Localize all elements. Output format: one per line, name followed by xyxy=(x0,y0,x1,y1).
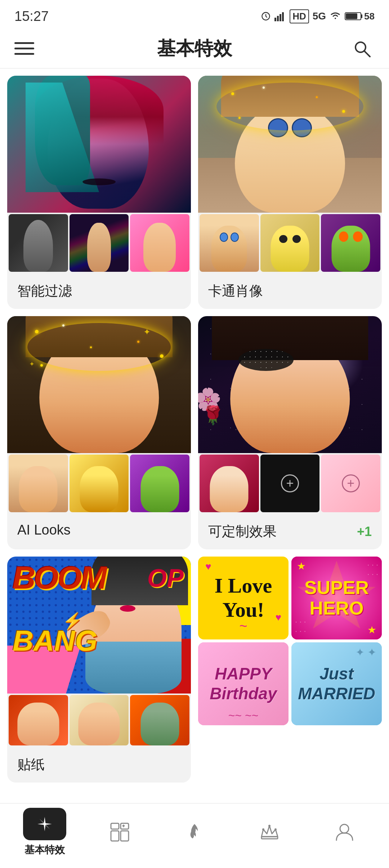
plus-button-2[interactable]: + xyxy=(342,474,360,492)
pop-sub-3 xyxy=(130,695,189,745)
card-smart-filter-images xyxy=(7,76,191,273)
birthday-deco: ~~ ~~ xyxy=(228,709,259,722)
ai-looks-sub-2 xyxy=(70,455,129,512)
card-ai-looks-images: ✦ ✦ xyxy=(7,316,191,514)
wifi-icon xyxy=(330,11,341,21)
pop-art-main-image: BOOM BANG ⚡ xyxy=(7,557,191,694)
love-text: I LoveYou! xyxy=(215,574,272,622)
menu-line-1 xyxy=(14,42,34,44)
sticker-bottom-row: HAPPYBirthday ~~ ~~ JustMARRIED ✦ ✦ xyxy=(198,642,382,725)
pop-art-label: 贴纸 xyxy=(7,747,191,783)
svg-point-17 xyxy=(262,828,264,831)
alarm-icon xyxy=(261,11,271,21)
ai-looks-sub-1 xyxy=(9,455,68,512)
svg-rect-1 xyxy=(274,18,276,21)
profile-icon xyxy=(330,818,359,847)
ai-looks-sub-images xyxy=(7,453,191,514)
card-customizable[interactable]: 🌸 🌹 + + xyxy=(198,316,382,549)
header: 基本特效 xyxy=(0,29,389,68)
collage-icon xyxy=(105,818,134,847)
battery-container: 58 xyxy=(345,11,375,22)
customizable-main-image: 🌸 🌹 xyxy=(198,316,382,453)
menu-button[interactable] xyxy=(14,38,40,59)
nav-premium[interactable] xyxy=(241,818,298,847)
ai-looks-main-image: ✦ ✦ xyxy=(7,316,191,453)
heart-deco-1: ♥ xyxy=(205,561,211,572)
cartoon-label: 卡通肖像 xyxy=(198,273,382,309)
svg-rect-13 xyxy=(111,831,119,841)
sticker-married[interactable]: JustMARRIED ✦ ✦ xyxy=(291,642,382,725)
menu-line-3 xyxy=(14,53,34,55)
svg-rect-4 xyxy=(282,12,284,21)
svg-rect-2 xyxy=(277,16,279,21)
nav-collage[interactable] xyxy=(91,818,148,847)
ai-looks-label: AI Looks xyxy=(7,514,191,546)
sub-image-1 xyxy=(9,214,68,272)
sticker-top-row: ♥ ♥ I LoveYou! ~ · · ·· · · · · ·· · · ★… xyxy=(198,557,382,639)
cartoon-sub-images xyxy=(198,213,382,273)
cartoon-main-image xyxy=(198,76,382,213)
cartoon-sub-2 xyxy=(260,214,320,272)
nav-effects[interactable]: 基本特效 xyxy=(16,808,73,857)
plus-button-1[interactable]: + xyxy=(281,474,299,492)
ai-looks-sub-3 xyxy=(130,455,189,512)
birthday-text: HAPPYBirthday xyxy=(210,664,277,704)
bottom-section: BOOM BANG ⚡ xyxy=(7,557,382,783)
customizable-sub-images: + + xyxy=(198,453,382,514)
customizable-label: 可定制效果 +1 xyxy=(198,514,382,549)
sticker-love[interactable]: ♥ ♥ I LoveYou! ~ xyxy=(198,557,289,639)
smart-filter-sub-images xyxy=(7,213,191,273)
married-text: JustMARRIED xyxy=(298,664,375,704)
boom-text: BOOM xyxy=(13,562,106,594)
card-ai-looks[interactable]: ✦ ✦ AI Looks xyxy=(7,316,191,549)
sticker-hero[interactable]: · · ·· · · · · ·· · · ★ ★ SUPERHERO xyxy=(291,557,382,639)
signal-icon xyxy=(274,11,286,21)
svg-rect-3 xyxy=(280,14,281,21)
smart-filter-label: 智能过滤 xyxy=(7,273,191,309)
svg-rect-6 xyxy=(361,14,362,18)
fire-svg xyxy=(185,822,205,842)
sticker-birthday[interactable]: HAPPYBirthday ~~ ~~ xyxy=(198,642,289,725)
svg-rect-14 xyxy=(121,831,129,841)
cust-sub-1 xyxy=(200,455,259,512)
crown-svg xyxy=(260,822,280,842)
card-cartoon-portrait[interactable]: 卡通肖像 xyxy=(198,76,382,309)
card-smart-filter[interactable]: 智能过滤 xyxy=(7,76,191,309)
card-pop-art[interactable]: BOOM BANG ⚡ xyxy=(7,557,191,783)
hero-text: SUPERHERO xyxy=(304,577,369,619)
nav-profile[interactable] xyxy=(316,818,373,847)
search-icon xyxy=(353,39,371,58)
svg-point-19 xyxy=(274,828,277,831)
heart-deco-2: ♥ xyxy=(275,612,281,623)
sub-image-3 xyxy=(130,214,189,272)
cust-sub-3: + xyxy=(321,455,380,512)
svg-point-20 xyxy=(340,824,349,833)
effects-label: 基本特效 xyxy=(24,843,65,857)
collage-svg xyxy=(110,822,130,842)
bottom-nav: 基本特效 xyxy=(0,803,389,868)
premium-icon xyxy=(255,818,284,847)
search-button[interactable] xyxy=(349,36,375,61)
pop-sub-1 xyxy=(9,695,68,745)
status-time: 15:27 xyxy=(14,9,49,24)
person-svg xyxy=(335,822,354,842)
svg-rect-16 xyxy=(261,837,278,839)
status-icons: HD 5G 58 xyxy=(261,9,375,23)
effects-icon xyxy=(23,808,66,840)
battery-level: 58 xyxy=(364,11,375,22)
sub-image-2 xyxy=(70,214,129,272)
married-star: ✦ ✦ xyxy=(356,646,376,659)
hero-star-1: ★ xyxy=(297,560,306,572)
pop-sub-2 xyxy=(70,695,129,745)
nav-trending[interactable] xyxy=(166,818,223,847)
svg-point-10 xyxy=(43,823,46,825)
card-customizable-images: 🌸 🌹 + + xyxy=(198,316,382,514)
customizable-badge: +1 xyxy=(357,524,372,539)
trending-icon xyxy=(180,818,209,847)
hero-dots-tr: · · ·· · · xyxy=(367,560,378,579)
cartoon-sub-1 xyxy=(200,214,259,272)
card-cartoon-images xyxy=(198,76,382,273)
svg-rect-7 xyxy=(346,13,357,19)
sticker-grid-right: ♥ ♥ I LoveYou! ~ · · ·· · · · · ·· · · ★… xyxy=(198,557,382,783)
svg-line-9 xyxy=(364,51,370,57)
